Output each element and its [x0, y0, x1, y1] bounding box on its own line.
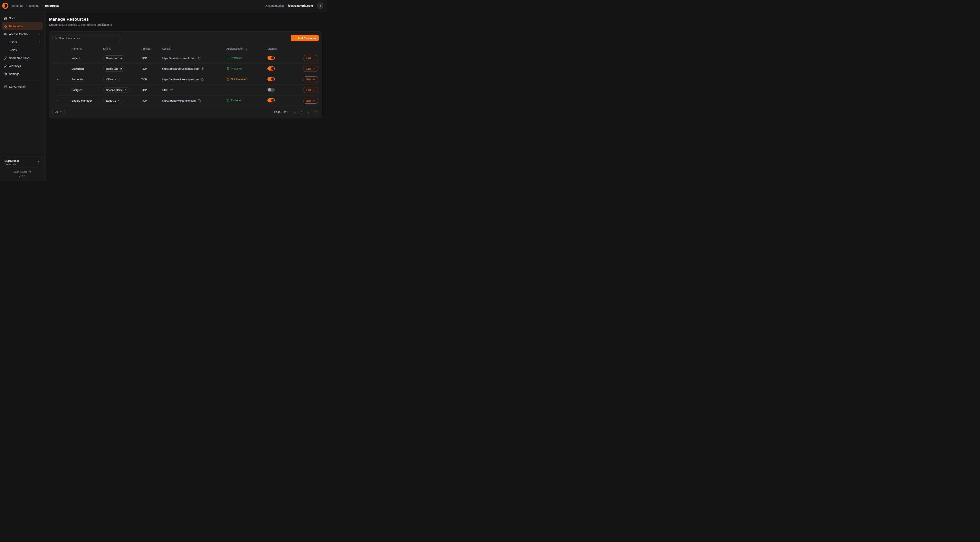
auth-label: Protected — [231, 56, 242, 59]
next-page-button[interactable] — [306, 109, 312, 115]
last-page-button[interactable] — [313, 109, 319, 115]
table-row: Postgres Second Office TCP 5432 - — [52, 84, 319, 95]
enabled-toggle[interactable] — [267, 98, 275, 102]
shield-check-icon — [226, 99, 229, 102]
protocol-value: TCP — [142, 67, 147, 70]
arrow-up-right-icon — [124, 89, 126, 91]
chevron-right-icon — [38, 41, 41, 43]
previous-page-button[interactable] — [299, 109, 304, 115]
access-value: https://immich.example.com — [162, 57, 196, 60]
resource-name: Immich — [72, 57, 81, 60]
chevrons-left-icon — [293, 110, 296, 113]
edit-button[interactable]: Edit — [304, 87, 318, 93]
organization-selector[interactable]: Organization Home Lab — [2, 158, 42, 167]
protocol-value: TCP — [142, 89, 147, 92]
add-resource-button[interactable]: Add Resource — [291, 35, 319, 41]
sidebar-item-shareable-links[interactable]: Shareable Links — [2, 54, 43, 62]
enabled-toggle[interactable] — [267, 77, 275, 81]
row-menu-button[interactable] — [56, 99, 60, 103]
ellipsis-icon — [57, 99, 60, 102]
site-link[interactable]: Home Lab — [103, 56, 125, 61]
toggle-knob — [268, 88, 271, 91]
site-link[interactable]: Home Lab — [103, 66, 125, 72]
edit-button[interactable]: Edit — [304, 77, 318, 82]
breadcrumb-settings[interactable]: settings — [29, 4, 39, 7]
site-link[interactable]: Edge 01 — [103, 98, 123, 104]
shell: Sites Resources Access Control Users Rol… — [0, 11, 327, 181]
app-root: home-lab settings resources Documentatio… — [0, 0, 327, 181]
copy-icon — [198, 99, 200, 102]
chevron-left-icon — [300, 110, 303, 113]
pagination-controls — [291, 109, 319, 115]
arrow-up-right-icon — [120, 68, 122, 70]
site-link-label: Edge 01 — [106, 99, 116, 102]
edit-button[interactable]: Edit — [304, 98, 318, 104]
site-link-label: Second Office — [106, 89, 123, 92]
row-menu-button[interactable] — [56, 67, 60, 71]
arrow-up-right-icon — [115, 78, 117, 81]
sidebar-item-access-control[interactable]: Access Control — [2, 30, 43, 38]
site-link-label: Home Lab — [106, 57, 118, 60]
ellipsis-icon — [57, 67, 60, 70]
organization-value: Home Lab — [5, 163, 19, 166]
shield-check-icon — [226, 56, 229, 59]
app-logo-icon[interactable] — [2, 2, 9, 10]
row-menu-button[interactable] — [56, 56, 60, 60]
table-row: Battery Manager Edge 01 TCP https://batt… — [52, 95, 319, 106]
page-size-value: 20 — [55, 110, 58, 113]
external-link-icon — [29, 171, 31, 173]
open-source-link[interactable]: Open Source — [2, 171, 42, 173]
user-email[interactable]: joe@example.com — [288, 4, 313, 7]
documentation-link[interactable]: Documentation — [264, 4, 284, 7]
resource-name: Authentik — [72, 78, 83, 81]
auth-label: Protected — [231, 99, 242, 102]
site-link[interactable]: Office — [103, 77, 120, 82]
site-link-label: Home Lab — [106, 67, 118, 70]
toggle-knob — [271, 56, 274, 59]
copy-access-button[interactable] — [170, 88, 173, 92]
sidebar-item-label: Server Admin — [9, 85, 26, 88]
site-link-label: Office — [106, 78, 113, 81]
sidebar-item-api-keys[interactable]: API Keys — [2, 62, 43, 70]
access-value: https://battery.example.com — [162, 99, 196, 102]
copy-access-button[interactable] — [197, 99, 201, 102]
edit-button[interactable]: Edit — [304, 55, 318, 61]
edit-button[interactable]: Edit — [304, 66, 318, 72]
row-menu-button[interactable] — [56, 88, 60, 92]
access-value: https://authentik.example.com — [162, 78, 199, 81]
column-header-enabled: Enabled — [267, 47, 295, 50]
resource-name: Postgres — [72, 89, 82, 92]
organization-label: Organization — [5, 159, 19, 163]
auth-status: Protected — [226, 99, 242, 102]
key-icon — [4, 64, 7, 68]
enabled-toggle[interactable] — [267, 56, 275, 60]
page-size-select[interactable]: 20 — [52, 109, 65, 115]
copy-access-button[interactable] — [200, 78, 204, 81]
toggle-knob — [271, 99, 274, 102]
edit-button-label: Edit — [307, 67, 311, 70]
breadcrumb-home-lab[interactable]: home-lab — [11, 4, 23, 7]
column-header-site[interactable]: Site — [103, 47, 142, 50]
site-link[interactable]: Second Office — [103, 87, 129, 93]
column-header-protocol: Protocol — [142, 47, 162, 50]
table-row: Bitwarden Home Lab TCP https://bitwarden… — [52, 63, 319, 74]
first-page-button[interactable] — [291, 109, 297, 115]
row-menu-button[interactable] — [56, 77, 60, 81]
column-header-authentication[interactable]: Authentication — [226, 47, 267, 50]
sidebar-item-label: API Keys — [9, 64, 21, 68]
sidebar-item-users[interactable]: Users — [2, 38, 43, 46]
sidebar-item-resources[interactable]: Resources — [2, 22, 43, 30]
search-input[interactable] — [59, 37, 118, 40]
sidebar-item-sites[interactable]: Sites — [2, 14, 43, 22]
toggle-knob — [271, 67, 274, 70]
copy-access-button[interactable] — [198, 56, 201, 60]
sidebar-item-roles[interactable]: Roles — [2, 46, 43, 54]
column-header-name[interactable]: Name — [72, 47, 103, 50]
edit-button-label: Edit — [307, 99, 311, 102]
enabled-toggle[interactable] — [267, 88, 275, 92]
copy-access-button[interactable] — [201, 67, 205, 70]
sidebar-item-settings[interactable]: Settings — [2, 70, 43, 78]
avatar[interactable]: J — [317, 2, 323, 9]
sidebar-item-server-admin[interactable]: Server Admin — [2, 83, 43, 90]
enabled-toggle[interactable] — [267, 67, 275, 70]
